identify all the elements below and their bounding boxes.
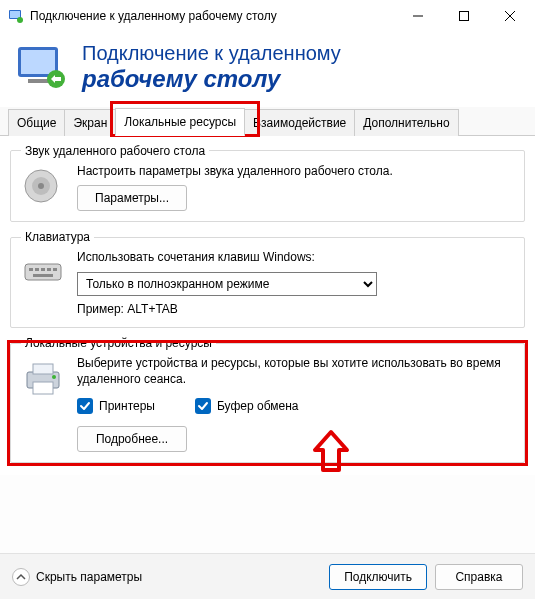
app-icon — [8, 8, 24, 24]
svg-point-24 — [52, 375, 56, 379]
chevron-up-icon — [12, 568, 30, 586]
tab-local-resources[interactable]: Локальные ресурсы — [115, 108, 245, 136]
keyboard-icon — [21, 252, 65, 292]
connect-button[interactable]: Подключить — [329, 564, 427, 590]
tab-general[interactable]: Общие — [8, 109, 65, 136]
annotation-arrow-icon — [311, 428, 351, 476]
checkbox-printers-label: Принтеры — [99, 399, 155, 413]
help-button[interactable]: Справка — [435, 564, 523, 590]
hide-options-toggle[interactable]: Скрыть параметры — [12, 568, 321, 586]
header: Подключение к удаленному рабочему столу — [0, 32, 535, 107]
svg-rect-14 — [25, 264, 61, 280]
tab-screen[interactable]: Экран — [64, 109, 116, 136]
keyboard-example: Пример: ALT+TAB — [77, 302, 514, 318]
hide-options-label: Скрыть параметры — [36, 570, 142, 584]
audio-settings-button[interactable]: Параметры... — [77, 185, 187, 211]
svg-rect-17 — [41, 268, 45, 271]
svg-rect-8 — [21, 50, 55, 74]
checkbox-clipboard-label: Буфер обмена — [217, 399, 299, 413]
svg-rect-9 — [28, 79, 48, 83]
minimize-button[interactable] — [395, 0, 441, 32]
svg-rect-18 — [47, 268, 51, 271]
group-audio-legend: Звук удаленного рабочего стола — [21, 144, 209, 158]
header-line1: Подключение к удаленному — [82, 42, 341, 65]
maximize-button[interactable] — [441, 0, 487, 32]
group-keyboard-legend: Клавиатура — [21, 230, 94, 244]
group-devices: Локальные устройства и ресурсы Выберите … — [10, 336, 525, 462]
tab-advanced[interactable]: Дополнительно — [354, 109, 458, 136]
window-controls — [395, 0, 533, 32]
tab-strip: Общие Экран Локальные ресурсы Взаимодейс… — [0, 107, 535, 136]
tab-panel: Звук удаленного рабочего стола Настроить… — [0, 136, 535, 475]
devices-more-button[interactable]: Подробнее... — [77, 426, 187, 452]
svg-point-2 — [17, 17, 23, 23]
svg-point-13 — [38, 183, 44, 189]
svg-rect-15 — [29, 268, 33, 271]
close-button[interactable] — [487, 0, 533, 32]
audio-desc: Настроить параметры звука удаленного раб… — [77, 164, 514, 180]
svg-rect-20 — [33, 274, 53, 277]
devices-desc: Выберите устройства и ресурсы, которые в… — [77, 356, 514, 387]
svg-rect-16 — [35, 268, 39, 271]
svg-rect-1 — [10, 11, 20, 18]
group-keyboard: Клавиатура Использовать сочетания клавиш… — [10, 230, 525, 328]
group-devices-legend: Локальные устройства и ресурсы — [21, 336, 216, 350]
footer: Скрыть параметры Подключить Справка — [0, 553, 535, 599]
svg-rect-23 — [33, 382, 53, 394]
titlebar-title: Подключение к удаленному рабочему столу — [30, 9, 395, 23]
header-text: Подключение к удаленному рабочему столу — [82, 42, 341, 93]
svg-rect-4 — [460, 12, 469, 21]
svg-rect-19 — [53, 268, 57, 271]
tab-experience[interactable]: Взаимодействие — [244, 109, 355, 136]
keyboard-desc: Использовать сочетания клавиш Windows: — [77, 250, 514, 266]
titlebar: Подключение к удаленному рабочему столу — [0, 0, 535, 32]
checkmark-icon — [77, 398, 93, 414]
header-line2: рабочему столу — [82, 65, 341, 93]
keyboard-combo[interactable]: Только в полноэкранном режиме — [77, 272, 377, 296]
checkbox-printers[interactable]: Принтеры — [77, 398, 155, 414]
rdp-logo-icon — [14, 43, 68, 91]
group-audio: Звук удаленного рабочего стола Настроить… — [10, 144, 525, 223]
checkbox-clipboard[interactable]: Буфер обмена — [195, 398, 299, 414]
printer-icon — [21, 358, 65, 398]
svg-rect-22 — [33, 364, 53, 374]
checkmark-icon — [195, 398, 211, 414]
speaker-icon — [21, 166, 65, 206]
